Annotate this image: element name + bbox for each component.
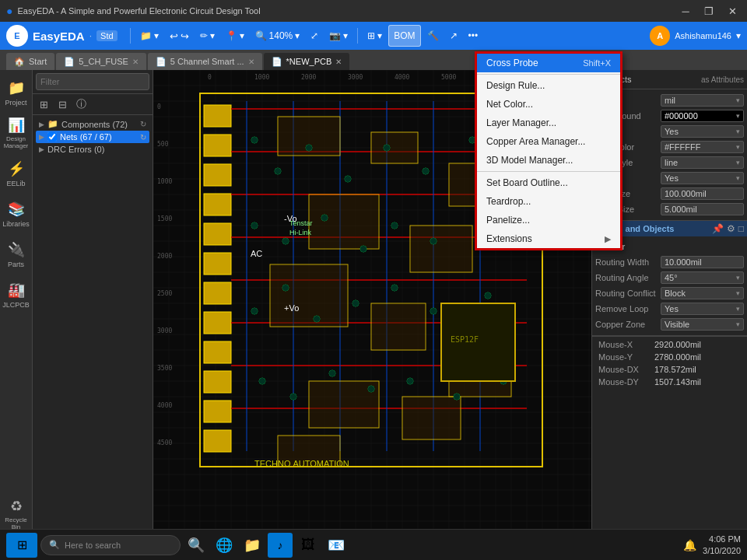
design-manager-icon: 📊: [8, 117, 25, 134]
taskbar-cortana[interactable]: 🔍: [184, 533, 209, 558]
taskbar-photos[interactable]: 🖼: [296, 533, 321, 558]
sidebar-item-jlcpcb[interactable]: 🏭 JLCPCB: [2, 275, 31, 314]
sidebar-item-project[interactable]: 📁 Project: [2, 73, 31, 112]
other-prop-label: Remove Loop: [595, 304, 658, 313]
tab-new-pcb[interactable]: 📄 *NEW_PCB ✕: [264, 53, 350, 70]
tab-smart-close[interactable]: ✕: [248, 58, 254, 66]
user-name[interactable]: Ashishamu146: [675, 31, 731, 40]
dropdown-item-set_board_outline[interactable]: Set Board Outline...: [477, 173, 620, 192]
prop-value[interactable]: mil▾: [661, 94, 744, 107]
other-dropdown-arrow: ▾: [736, 320, 740, 328]
user-dropdown-arrow[interactable]: ▾: [736, 30, 741, 41]
other-prop-label: Routing Angle: [595, 273, 658, 282]
other-dropdown-arrow: ▾: [736, 305, 740, 313]
coord-value: 1507.143mil: [654, 377, 701, 387]
tree-components[interactable]: ▶ 📁 Components (72) ↻: [36, 117, 149, 131]
taskbar-groove[interactable]: ♪: [268, 533, 293, 558]
clock-time: 4:06 PM: [703, 534, 741, 544]
other-prop-value[interactable]: Yes▾: [661, 303, 744, 315]
more-menu[interactable]: •••: [464, 25, 483, 47]
other-prop-value[interactable]: 10.000mil: [661, 256, 744, 268]
coord-label: Mouse-Y: [598, 352, 654, 362]
layers-minimize-icon[interactable]: □: [738, 223, 744, 234]
tab-bar: 🏠 Start 📄 5_CH_FUSE ✕ 📄 5 Channel Smart …: [0, 50, 747, 70]
start-button[interactable]: ⊞: [6, 533, 37, 558]
layer-arrow: ▾: [377, 30, 382, 41]
dropdown-arrow: ▾: [736, 143, 740, 151]
sidebar-item-design-manager[interactable]: 📊 Design Manager: [2, 114, 31, 152]
taskbar-right: 🔔 4:06 PM 3/10/2020: [683, 534, 741, 556]
view-menu[interactable]: ✏ ▾: [195, 25, 219, 47]
dropdown-item-copper_area_manager[interactable]: Copper Area Manager...: [477, 132, 620, 151]
camera-btn[interactable]: 📷 ▾: [324, 25, 352, 47]
filter-input[interactable]: [36, 73, 149, 90]
other-props: Routing Width10.000milRouting Angle45°▾R…: [595, 254, 744, 332]
other-prop-value[interactable]: 45°▾: [661, 271, 744, 284]
prop-value[interactable]: 100.000mil: [661, 187, 744, 200]
layers-pin-icon[interactable]: 📌: [712, 223, 724, 234]
mode-btn[interactable]: ⤢: [306, 25, 323, 47]
user-avatar[interactable]: A: [650, 26, 670, 46]
dropdown-separator: [477, 171, 620, 172]
prop-value[interactable]: #000000▾: [661, 110, 744, 122]
layers-settings-icon[interactable]: ⚙: [727, 223, 735, 234]
tab-5ch-smart[interactable]: 📄 5 Channel Smart ... ✕: [148, 53, 262, 70]
restore-button[interactable]: ❐: [700, 2, 717, 19]
taskbar-explorer[interactable]: 📁: [240, 533, 265, 558]
layer-menu[interactable]: ⊞ ▾: [363, 25, 387, 47]
prop-value[interactable]: Yes▾: [661, 125, 744, 138]
file-menu[interactable]: 📁 ▾: [135, 25, 163, 47]
dropdown-item-3d_model_manager[interactable]: 3D Model Manager...: [477, 151, 620, 170]
share-menu[interactable]: ↗: [445, 25, 462, 47]
tree-drc[interactable]: ▶ DRC Errors (0): [36, 143, 149, 156]
sidebar-item-eelib[interactable]: ⚡ EELib: [2, 154, 31, 193]
menu-sep-1: [130, 28, 131, 44]
prop-value[interactable]: Yes▾: [661, 172, 744, 184]
tab-pcb-close[interactable]: ✕: [335, 58, 342, 66]
close-button[interactable]: ✕: [724, 2, 741, 19]
other-prop-label: Routing Width: [595, 257, 658, 267]
tab-start[interactable]: 🏠 Start: [6, 53, 54, 70]
tree-nets[interactable]: ▶ Nets (67 / 67) ↻: [36, 131, 149, 143]
coord-label: Mouse-DY: [598, 377, 654, 387]
sidebar-item-parts[interactable]: 🔌 Parts: [2, 235, 31, 274]
zoom-control[interactable]: 🔍 140% ▾: [251, 25, 305, 47]
bom-menu[interactable]: BOM: [388, 25, 420, 47]
sidebar-item-libraries[interactable]: 📚 Libraries: [2, 194, 31, 233]
dropdown-item-panelize[interactable]: Panelize...: [477, 211, 620, 229]
nets-refresh[interactable]: ↻: [140, 133, 146, 142]
minus-icon[interactable]: ⊟: [54, 96, 70, 112]
tab-fuse-close[interactable]: ✕: [132, 58, 139, 66]
add-icon[interactable]: ⊞: [36, 96, 51, 112]
dropdown-item-label: 3D Model Manager...: [486, 155, 573, 166]
place-menu[interactable]: 📍 ▾: [221, 25, 249, 47]
taskbar-notif-icon[interactable]: 🔔: [683, 539, 696, 551]
dropdown-item-cross_probe[interactable]: Cross ProbeShift+X: [477, 54, 620, 72]
fabrication-menu[interactable]: 🔨: [423, 25, 444, 47]
recycle-icon: ♻: [10, 498, 23, 515]
dropdown-item-label: Net Color...: [486, 99, 533, 110]
left-sidebar: 📁 Project 📊 Design Manager ⚡ EELib 📚 Lib…: [0, 70, 33, 537]
components-refresh[interactable]: ↻: [140, 120, 146, 128]
taskbar-edge[interactable]: 🌐: [212, 533, 237, 558]
dropdown-item-net_color[interactable]: Net Color...: [477, 95, 620, 114]
prop-value[interactable]: #FFFFFF▾: [661, 141, 744, 153]
prop-value[interactable]: 5.000mil: [661, 203, 744, 215]
edit-menu[interactable]: ↩ ↪: [165, 25, 194, 47]
easyeda-logo[interactable]: E: [6, 25, 28, 47]
dropdown-item-teardrop[interactable]: Teardrop...: [477, 192, 620, 211]
dropdown-item-layer_manager[interactable]: Layer Manager...: [477, 114, 620, 132]
prop-value[interactable]: line▾: [661, 156, 744, 169]
taskbar-search[interactable]: 🔍 Here to search: [40, 535, 181, 555]
info-icon[interactable]: ⓘ: [73, 96, 89, 112]
dropdown-item-design_rule[interactable]: Design Rule...: [477, 76, 620, 95]
tab-5ch-fuse[interactable]: 📄 5_CH_FUSE ✕: [56, 53, 146, 70]
other-prop-value[interactable]: Visible▾: [661, 318, 744, 331]
minimize-button[interactable]: ─: [677, 2, 694, 19]
sidebar-item-recycle[interactable]: ♻ Recycle Bin: [2, 495, 31, 534]
nets-checkbox[interactable]: [47, 132, 57, 142]
other-prop-value[interactable]: Block▾: [661, 287, 744, 299]
dropdown-item-label: Panelize...: [486, 215, 530, 226]
dropdown-item-extensions[interactable]: Extensions▶: [477, 229, 620, 248]
taskbar-mail[interactable]: 📧: [324, 533, 349, 558]
